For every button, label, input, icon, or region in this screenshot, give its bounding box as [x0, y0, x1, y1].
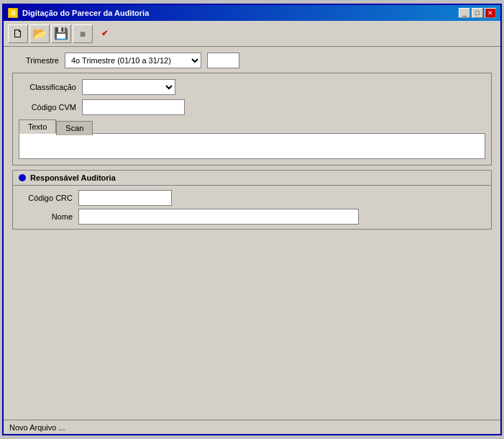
save-button[interactable]: 💾 [51, 24, 71, 43]
responsible-header: Responsável Auditoria [13, 171, 491, 186]
bullet-icon [19, 174, 26, 181]
open-icon: 📂 [32, 27, 47, 40]
tab-bar: Texto Scan [19, 119, 485, 134]
minimize-button[interactable]: _ [459, 8, 470, 18]
new-icon: 🗋 [12, 27, 24, 40]
classificacao-row: Classificação [19, 79, 485, 95]
text-area[interactable] [22, 137, 482, 155]
tab-content-area [19, 133, 485, 159]
nome-row: Nome [19, 209, 485, 225]
title-bar: 🖥 Digitação do Parecer da Auditoria _ □ … [4, 5, 500, 21]
open-button[interactable]: 📂 [29, 24, 50, 43]
tab-texto-label: Texto [28, 122, 47, 131]
new-button[interactable]: 🗋 [8, 24, 28, 43]
trimestre-row: Trimestre 1o Trimestre (01/01 a 31/03) 2… [12, 53, 492, 68]
tabs-container: Texto Scan [19, 119, 485, 159]
codigo-cvm-input[interactable] [82, 99, 185, 115]
responsible-fields: Código CRC Nome [13, 186, 491, 229]
trimestre-select-wrapper: 1o Trimestre (01/01 a 31/03) 2o Trimestr… [65, 53, 201, 68]
classificacao-label: Classificação [19, 83, 76, 91]
classificacao-select[interactable] [82, 79, 175, 95]
window-icon: 🖥 [8, 8, 18, 18]
tab-scan-label: Scan [65, 124, 83, 132]
trimestre-select[interactable]: 1o Trimestre (01/01 a 31/03) 2o Trimestr… [65, 53, 201, 68]
trimestre-label: Trimestre [12, 56, 59, 65]
main-window: 🖥 Digitação do Parecer da Auditoria _ □ … [2, 4, 502, 435]
codigo-cvm-label: Código CVM [19, 103, 76, 112]
stop-button[interactable]: ■ [73, 24, 93, 43]
classificacao-select-wrapper [82, 79, 175, 95]
inner-section: Classificação Código CVM Texto Sc [12, 73, 492, 166]
title-controls: _ □ ✕ [459, 8, 496, 18]
maximize-button[interactable]: □ [472, 8, 483, 18]
codigo-crc-label: Código CRC [19, 194, 73, 202]
confirm-button[interactable]: ✔ [94, 24, 114, 43]
codigo-crc-row: Código CRC [19, 190, 485, 206]
status-text: Novo Arquivo ... [9, 423, 65, 432]
codigo-cvm-row: Código CVM [19, 99, 485, 115]
title-bar-left: 🖥 Digitação do Parecer da Auditoria [8, 8, 149, 18]
save-icon: 💾 [54, 27, 68, 40]
toolbar: 🗋 📂 💾 ■ ✔ [4, 21, 500, 47]
status-bar: Novo Arquivo ... [4, 420, 500, 434]
close-button[interactable]: ✕ [485, 8, 496, 18]
stop-icon: ■ [80, 28, 86, 40]
year-input[interactable]: 2010 [207, 53, 239, 68]
window-title: Digitação do Parecer da Auditoria [22, 9, 149, 17]
checkmark-icon: ✔ [101, 29, 108, 38]
nome-input[interactable] [78, 209, 359, 225]
nome-label: Nome [19, 212, 73, 221]
codigo-crc-input[interactable] [78, 190, 172, 206]
responsible-section: Responsável Auditoria Código CRC Nome [12, 170, 492, 230]
tab-texto[interactable]: Texto [19, 119, 56, 134]
tab-scan[interactable]: Scan [56, 121, 93, 135]
responsible-title: Responsável Auditoria [30, 173, 116, 182]
content-area: Trimestre 1o Trimestre (01/01 a 31/03) 2… [4, 47, 500, 420]
